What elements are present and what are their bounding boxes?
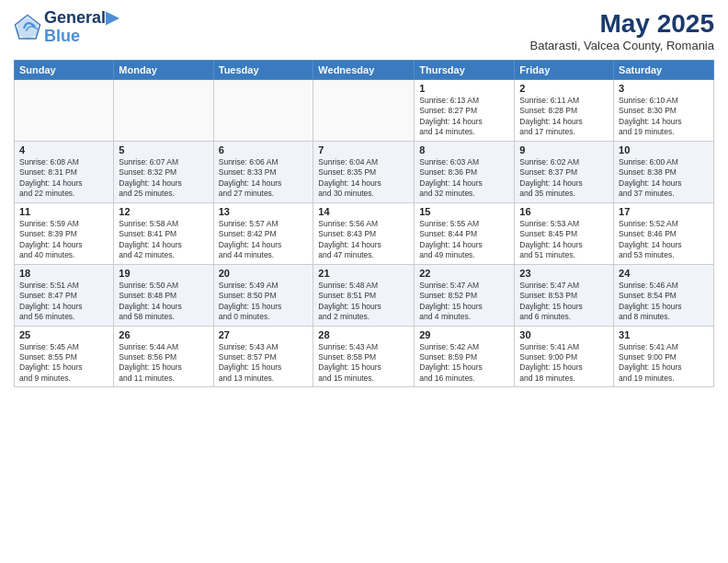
calendar-cell: 5Sunrise: 6:07 AM Sunset: 8:32 PM Daylig… [114, 141, 213, 202]
day-info: Sunrise: 6:07 AM Sunset: 8:32 PM Dayligh… [119, 157, 208, 200]
day-number: 6 [219, 144, 309, 155]
calendar-week-row: 11Sunrise: 5:59 AM Sunset: 8:39 PM Dayli… [15, 202, 714, 264]
day-info: Sunrise: 5:49 AM Sunset: 8:50 PM Dayligh… [219, 281, 309, 323]
calendar-cell [114, 80, 213, 142]
day-info: Sunrise: 5:55 AM Sunset: 8:44 PM Dayligh… [419, 219, 509, 261]
day-info: Sunrise: 5:42 AM Sunset: 8:59 PM Dayligh… [419, 342, 509, 385]
day-number: 30 [519, 329, 609, 340]
day-number: 25 [19, 329, 108, 340]
logo-text: General▶ Blue [44, 9, 119, 46]
calendar-cell: 1Sunrise: 6:13 AM Sunset: 8:27 PM Daylig… [415, 80, 515, 142]
calendar-cell: 31Sunrise: 5:41 AM Sunset: 9:00 PM Dayli… [614, 326, 714, 387]
calendar-cell: 4Sunrise: 6:08 AM Sunset: 8:31 PM Daylig… [15, 141, 114, 202]
day-number: 31 [619, 329, 709, 340]
calendar-week-row: 25Sunrise: 5:45 AM Sunset: 8:55 PM Dayli… [15, 326, 714, 387]
day-number: 14 [318, 206, 409, 217]
calendar-cell: 18Sunrise: 5:51 AM Sunset: 8:47 PM Dayli… [15, 264, 114, 326]
day-number: 11 [19, 206, 108, 217]
calendar-cell: 22Sunrise: 5:47 AM Sunset: 8:52 PM Dayli… [415, 264, 515, 326]
calendar-cell: 2Sunrise: 6:11 AM Sunset: 8:28 PM Daylig… [515, 80, 614, 142]
day-info: Sunrise: 5:57 AM Sunset: 8:42 PM Dayligh… [219, 219, 309, 261]
day-number: 12 [119, 206, 208, 217]
day-info: Sunrise: 5:58 AM Sunset: 8:41 PM Dayligh… [119, 219, 208, 261]
day-number: 13 [219, 206, 309, 217]
calendar-cell: 3Sunrise: 6:10 AM Sunset: 8:30 PM Daylig… [614, 80, 714, 142]
calendar-day-header: Tuesday [213, 61, 313, 80]
calendar-cell: 30Sunrise: 5:41 AM Sunset: 9:00 PM Dayli… [515, 326, 614, 387]
calendar-cell: 11Sunrise: 5:59 AM Sunset: 8:39 PM Dayli… [15, 202, 114, 264]
calendar-week-row: 18Sunrise: 5:51 AM Sunset: 8:47 PM Dayli… [15, 264, 714, 326]
day-number: 8 [419, 144, 509, 155]
day-number: 4 [19, 144, 108, 155]
calendar-cell: 27Sunrise: 5:43 AM Sunset: 8:57 PM Dayli… [213, 326, 313, 387]
month-year: May 2025 [530, 9, 714, 39]
day-number: 20 [219, 268, 309, 279]
day-info: Sunrise: 6:08 AM Sunset: 8:31 PM Dayligh… [19, 157, 108, 200]
day-info: Sunrise: 5:43 AM Sunset: 8:57 PM Dayligh… [219, 342, 309, 385]
logo: General▶ Blue [14, 9, 119, 46]
day-number: 26 [119, 329, 208, 340]
calendar-cell [15, 80, 114, 142]
location: Batarasti, Valcea County, Romania [530, 39, 714, 52]
day-number: 15 [419, 206, 509, 217]
calendar-day-header: Sunday [15, 61, 114, 80]
day-number: 18 [19, 268, 108, 279]
day-info: Sunrise: 6:04 AM Sunset: 8:35 PM Dayligh… [318, 157, 409, 200]
calendar-cell: 10Sunrise: 6:00 AM Sunset: 8:38 PM Dayli… [614, 141, 714, 202]
day-number: 2 [519, 83, 609, 94]
day-info: Sunrise: 6:11 AM Sunset: 8:28 PM Dayligh… [519, 96, 609, 138]
calendar-cell: 26Sunrise: 5:44 AM Sunset: 8:56 PM Dayli… [114, 326, 213, 387]
day-info: Sunrise: 5:56 AM Sunset: 8:43 PM Dayligh… [318, 219, 409, 261]
day-number: 21 [318, 268, 409, 279]
calendar-cell: 16Sunrise: 5:53 AM Sunset: 8:45 PM Dayli… [515, 202, 614, 264]
calendar-cell: 14Sunrise: 5:56 AM Sunset: 8:43 PM Dayli… [313, 202, 415, 264]
calendar-cell: 21Sunrise: 5:48 AM Sunset: 8:51 PM Dayli… [313, 264, 415, 326]
day-info: Sunrise: 5:47 AM Sunset: 8:53 PM Dayligh… [519, 281, 609, 323]
calendar-cell: 12Sunrise: 5:58 AM Sunset: 8:41 PM Dayli… [114, 202, 213, 264]
day-info: Sunrise: 6:06 AM Sunset: 8:33 PM Dayligh… [219, 157, 309, 200]
day-info: Sunrise: 5:51 AM Sunset: 8:47 PM Dayligh… [19, 281, 108, 323]
calendar-cell: 6Sunrise: 6:06 AM Sunset: 8:33 PM Daylig… [213, 141, 313, 202]
calendar-table: SundayMondayTuesdayWednesdayThursdayFrid… [14, 60, 714, 387]
day-info: Sunrise: 6:13 AM Sunset: 8:27 PM Dayligh… [419, 96, 509, 138]
day-number: 16 [519, 206, 609, 217]
calendar-day-header: Monday [114, 61, 213, 80]
day-info: Sunrise: 5:41 AM Sunset: 9:00 PM Dayligh… [619, 342, 709, 385]
day-number: 1 [419, 83, 509, 94]
day-info: Sunrise: 6:10 AM Sunset: 8:30 PM Dayligh… [619, 96, 709, 138]
day-number: 22 [419, 268, 509, 279]
calendar-cell: 9Sunrise: 6:02 AM Sunset: 8:37 PM Daylig… [515, 141, 614, 202]
calendar-cell: 25Sunrise: 5:45 AM Sunset: 8:55 PM Dayli… [15, 326, 114, 387]
calendar-cell [313, 80, 415, 142]
calendar-cell [213, 80, 313, 142]
calendar-cell: 24Sunrise: 5:46 AM Sunset: 8:54 PM Dayli… [614, 264, 714, 326]
day-info: Sunrise: 5:53 AM Sunset: 8:45 PM Dayligh… [519, 219, 609, 261]
calendar-cell: 23Sunrise: 5:47 AM Sunset: 8:53 PM Dayli… [515, 264, 614, 326]
calendar-cell: 8Sunrise: 6:03 AM Sunset: 8:36 PM Daylig… [415, 141, 515, 202]
day-number: 19 [119, 268, 208, 279]
day-number: 23 [519, 268, 609, 279]
calendar-cell: 17Sunrise: 5:52 AM Sunset: 8:46 PM Dayli… [614, 202, 714, 264]
day-number: 5 [119, 144, 208, 155]
day-number: 24 [619, 268, 709, 279]
calendar-day-header: Thursday [415, 61, 515, 80]
day-number: 7 [318, 144, 409, 155]
calendar-cell: 13Sunrise: 5:57 AM Sunset: 8:42 PM Dayli… [213, 202, 313, 264]
day-number: 3 [619, 83, 709, 94]
day-number: 17 [619, 206, 709, 217]
day-number: 27 [219, 329, 309, 340]
day-info: Sunrise: 6:00 AM Sunset: 8:38 PM Dayligh… [619, 157, 709, 200]
logo-icon [14, 14, 41, 41]
day-number: 29 [419, 329, 509, 340]
day-number: 28 [318, 329, 409, 340]
title-block: May 2025 Batarasti, Valcea County, Roman… [530, 9, 714, 52]
calendar-cell: 28Sunrise: 5:43 AM Sunset: 8:58 PM Dayli… [313, 326, 415, 387]
day-info: Sunrise: 5:41 AM Sunset: 9:00 PM Dayligh… [519, 342, 609, 385]
day-info: Sunrise: 5:45 AM Sunset: 8:55 PM Dayligh… [19, 342, 108, 385]
calendar-week-row: 4Sunrise: 6:08 AM Sunset: 8:31 PM Daylig… [15, 141, 714, 202]
header: General▶ Blue May 2025 Batarasti, Valcea… [14, 9, 714, 52]
day-info: Sunrise: 5:48 AM Sunset: 8:51 PM Dayligh… [318, 281, 409, 323]
calendar-week-row: 1Sunrise: 6:13 AM Sunset: 8:27 PM Daylig… [15, 80, 714, 142]
calendar-header-row: SundayMondayTuesdayWednesdayThursdayFrid… [15, 61, 714, 80]
calendar-day-header: Saturday [614, 61, 714, 80]
